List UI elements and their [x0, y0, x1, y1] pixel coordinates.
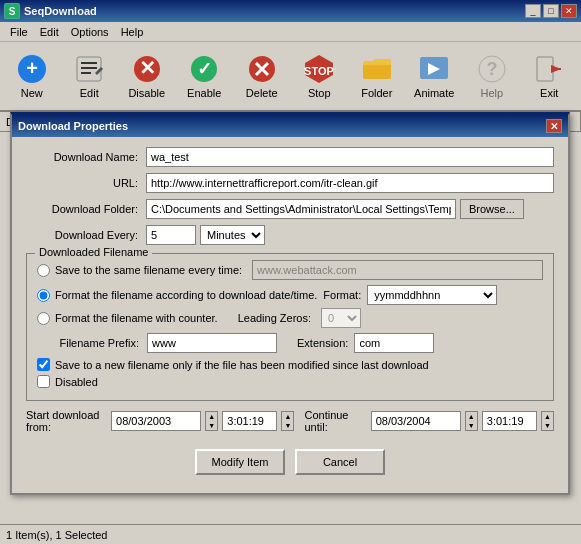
- toolbar-delete-label: Delete: [246, 87, 278, 99]
- url-label: URL:: [26, 177, 146, 189]
- maximize-button[interactable]: □: [543, 4, 559, 18]
- every-label: Download Every:: [26, 229, 146, 241]
- modified-checkbox[interactable]: [37, 358, 50, 371]
- end-date-spinner[interactable]: ▲ ▼: [465, 411, 478, 431]
- close-button[interactable]: ✕: [561, 4, 577, 18]
- format-label: Format:: [323, 289, 361, 301]
- toolbar-exit-label: Exit: [540, 87, 558, 99]
- radio1-label: Save to the same filename every time:: [55, 264, 242, 276]
- extension-input[interactable]: [354, 333, 434, 353]
- extension-label: Extension:: [277, 337, 354, 349]
- app-title: SeqDownload: [24, 5, 97, 17]
- app-icon: S: [4, 3, 20, 19]
- stop-icon: STOP: [303, 53, 335, 85]
- start-time-up[interactable]: ▲: [282, 412, 293, 421]
- toolbar: + New Edit ✕ Disable: [0, 42, 581, 112]
- menu-file[interactable]: File: [4, 24, 34, 40]
- end-time-input[interactable]: [482, 411, 537, 431]
- disable-icon: ✕: [131, 53, 163, 85]
- dialog-title-bar: Download Properties ✕: [12, 115, 568, 137]
- start-date-spinner[interactable]: ▲ ▼: [205, 411, 218, 431]
- toolbar-disable-label: Disable: [128, 87, 165, 99]
- button-row: Modify Item Cancel: [26, 443, 554, 483]
- toolbar-new-button[interactable]: + New: [4, 46, 60, 106]
- toolbar-help-button[interactable]: ? Help: [464, 46, 520, 106]
- end-date-up[interactable]: ▲: [466, 412, 477, 421]
- toolbar-folder-button[interactable]: Folder: [349, 46, 405, 106]
- title-bar: S SeqDownload _ □ ✕: [0, 0, 581, 22]
- start-time-input[interactable]: [222, 411, 277, 431]
- start-time-down[interactable]: ▼: [282, 421, 293, 430]
- leading-zeros-section: Leading Zeros: 0: [238, 308, 361, 328]
- dialog-close-button[interactable]: ✕: [546, 119, 562, 133]
- toolbar-animate-button[interactable]: Animate: [407, 46, 463, 106]
- browse-button[interactable]: Browse...: [460, 199, 524, 219]
- prefix-input[interactable]: [147, 333, 277, 353]
- start-time-spinner[interactable]: ▲ ▼: [281, 411, 294, 431]
- menu-edit[interactable]: Edit: [34, 24, 65, 40]
- folder-row: Download Folder: Browse...: [26, 199, 554, 219]
- start-date-up[interactable]: ▲: [206, 412, 217, 421]
- downloaded-filename-group: Downloaded Filename Save to the same fil…: [26, 253, 554, 401]
- url-input[interactable]: [146, 173, 554, 193]
- prefix-label: Filename Prefix:: [37, 337, 147, 349]
- end-time-spinner[interactable]: ▲ ▼: [541, 411, 554, 431]
- interval-select[interactable]: Minutes Hours Days: [200, 225, 265, 245]
- toolbar-stop-button[interactable]: STOP Stop: [292, 46, 348, 106]
- animate-icon: [418, 53, 450, 85]
- svg-text:+: +: [26, 57, 38, 79]
- toolbar-exit-button[interactable]: Exit: [522, 46, 578, 106]
- end-time-down[interactable]: ▼: [542, 421, 553, 430]
- toolbar-enable-label: Enable: [187, 87, 221, 99]
- url-row: URL:: [26, 173, 554, 193]
- download-name-row: Download Name:: [26, 147, 554, 167]
- folder-label: Download Folder:: [26, 203, 146, 215]
- radio2-label: Format the filename according to downloa…: [55, 289, 317, 301]
- start-date-input[interactable]: [111, 411, 201, 431]
- menu-help[interactable]: Help: [115, 24, 150, 40]
- end-time-up[interactable]: ▲: [542, 412, 553, 421]
- toolbar-edit-button[interactable]: Edit: [62, 46, 118, 106]
- toolbar-enable-button[interactable]: ✓ Enable: [177, 46, 233, 106]
- end-date-down[interactable]: ▼: [466, 421, 477, 430]
- minimize-button[interactable]: _: [525, 4, 541, 18]
- help-icon: ?: [476, 53, 508, 85]
- radio1-input[interactable]: [37, 264, 50, 277]
- toolbar-animate-label: Animate: [414, 87, 454, 99]
- folder-icon: [361, 53, 393, 85]
- radio3-row: Format the filename with counter. Leadin…: [37, 308, 543, 328]
- format-section: Format: yymmddhhnn yyyymmddhhnn ddmmyy: [323, 285, 497, 305]
- toolbar-edit-label: Edit: [80, 87, 99, 99]
- disabled-checkbox[interactable]: [37, 375, 50, 388]
- cancel-button[interactable]: Cancel: [295, 449, 385, 475]
- toolbar-help-label: Help: [480, 87, 503, 99]
- svg-text:S: S: [9, 6, 16, 17]
- enable-icon: ✓: [188, 53, 220, 85]
- radio2-input[interactable]: [37, 289, 50, 302]
- end-date-input[interactable]: [371, 411, 461, 431]
- toolbar-disable-button[interactable]: ✕ Disable: [119, 46, 175, 106]
- toolbar-delete-button[interactable]: Delete: [234, 46, 290, 106]
- prefix-row: Filename Prefix: Extension:: [37, 333, 543, 353]
- dialog-body: Download Name: URL: Download Folder: Bro…: [12, 137, 568, 493]
- folder-input[interactable]: [146, 199, 456, 219]
- start-date-down[interactable]: ▼: [206, 421, 217, 430]
- leading-zeros-select[interactable]: 0: [321, 308, 361, 328]
- delete-icon: [246, 53, 278, 85]
- checkbox2-row: Disabled: [37, 375, 543, 388]
- leading-zeros-label: Leading Zeros:: [238, 312, 311, 324]
- modify-item-button[interactable]: Modify Item: [195, 449, 285, 475]
- radio3-input[interactable]: [37, 312, 50, 325]
- radio3-label: Format the filename with counter.: [55, 312, 218, 324]
- every-input[interactable]: [146, 225, 196, 245]
- download-name-input[interactable]: [146, 147, 554, 167]
- svg-text:STOP: STOP: [304, 65, 334, 77]
- radio1-value-input[interactable]: [252, 260, 543, 280]
- menu-options[interactable]: Options: [65, 24, 115, 40]
- edit-icon: [73, 53, 105, 85]
- toolbar-new-label: New: [21, 87, 43, 99]
- format-select[interactable]: yymmddhhnn yyyymmddhhnn ddmmyy: [367, 285, 497, 305]
- status-bar: 1 Item(s), 1 Selected: [0, 524, 581, 544]
- status-text: 1 Item(s), 1 Selected: [6, 529, 108, 541]
- continue-label: Continue until:: [304, 409, 360, 433]
